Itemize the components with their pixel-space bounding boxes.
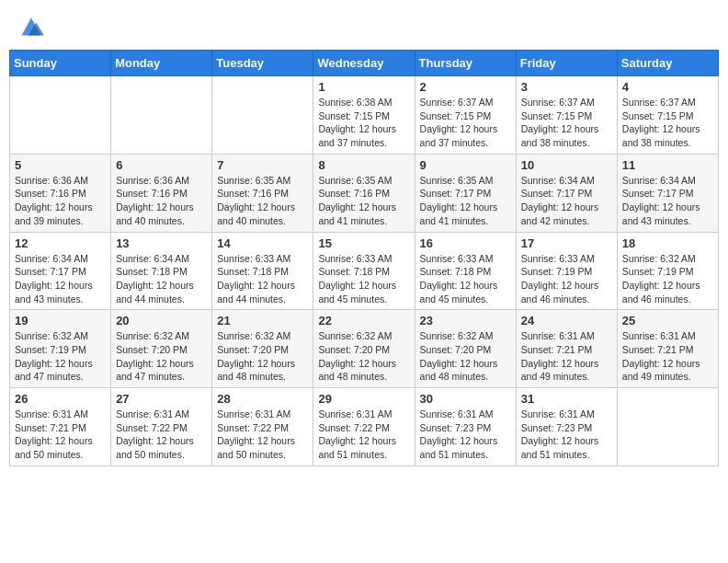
day-info: Sunrise: 6:32 AM Sunset: 7:20 PM Dayligh… <box>420 329 511 384</box>
day-info: Sunrise: 6:33 AM Sunset: 7:19 PM Dayligh… <box>521 252 612 306</box>
day-info: Sunrise: 6:32 AM Sunset: 7:20 PM Dayligh… <box>217 329 308 384</box>
day-number: 9 <box>420 158 511 172</box>
calendar-day-cell <box>10 76 111 155</box>
calendar-day-cell: 31Sunrise: 6:31 AM Sunset: 7:23 PM Dayli… <box>516 388 617 466</box>
day-info: Sunrise: 6:31 AM Sunset: 7:21 PM Dayligh… <box>622 329 713 384</box>
calendar-day-cell: 27Sunrise: 6:31 AM Sunset: 7:22 PM Dayli… <box>111 388 212 466</box>
calendar-day-cell: 22Sunrise: 6:32 AM Sunset: 7:20 PM Dayli… <box>313 310 415 388</box>
calendar-day-cell: 6Sunrise: 6:36 AM Sunset: 7:16 PM Daylig… <box>111 154 212 232</box>
calendar-day-cell: 15Sunrise: 6:33 AM Sunset: 7:18 PM Dayli… <box>313 232 415 310</box>
calendar-day-cell: 4Sunrise: 6:37 AM Sunset: 7:15 PM Daylig… <box>617 76 718 155</box>
calendar-day-cell: 2Sunrise: 6:37 AM Sunset: 7:15 PM Daylig… <box>415 76 516 155</box>
calendar-day-cell: 30Sunrise: 6:31 AM Sunset: 7:23 PM Dayli… <box>415 388 516 466</box>
day-info: Sunrise: 6:32 AM Sunset: 7:19 PM Dayligh… <box>622 252 713 306</box>
day-number: 3 <box>521 80 612 94</box>
day-info: Sunrise: 6:38 AM Sunset: 7:15 PM Dayligh… <box>318 96 409 150</box>
calendar-week-row: 1Sunrise: 6:38 AM Sunset: 7:15 PM Daylig… <box>10 76 719 155</box>
day-number: 19 <box>15 314 106 327</box>
day-info: Sunrise: 6:31 AM Sunset: 7:23 PM Dayligh… <box>521 408 612 462</box>
day-number: 31 <box>521 392 612 406</box>
day-number: 24 <box>521 314 612 327</box>
calendar-day-cell: 20Sunrise: 6:32 AM Sunset: 7:20 PM Dayli… <box>111 310 212 388</box>
day-of-week-header: Saturday <box>617 51 718 76</box>
day-info: Sunrise: 6:36 AM Sunset: 7:16 PM Dayligh… <box>15 174 106 228</box>
calendar-week-row: 12Sunrise: 6:34 AM Sunset: 7:17 PM Dayli… <box>10 232 719 310</box>
day-info: Sunrise: 6:34 AM Sunset: 7:17 PM Dayligh… <box>622 174 713 228</box>
day-info: Sunrise: 6:34 AM Sunset: 7:17 PM Dayligh… <box>15 252 106 306</box>
day-of-week-header: Monday <box>111 51 212 76</box>
day-number: 20 <box>116 314 207 327</box>
calendar-day-cell: 14Sunrise: 6:33 AM Sunset: 7:18 PM Dayli… <box>212 232 313 310</box>
calendar-header-row: SundayMondayTuesdayWednesdayThursdayFrid… <box>10 51 719 76</box>
day-info: Sunrise: 6:37 AM Sunset: 7:15 PM Dayligh… <box>420 96 511 150</box>
day-number: 17 <box>521 236 612 250</box>
calendar-day-cell: 24Sunrise: 6:31 AM Sunset: 7:21 PM Dayli… <box>516 310 617 388</box>
day-info: Sunrise: 6:33 AM Sunset: 7:18 PM Dayligh… <box>318 252 409 306</box>
day-of-week-header: Thursday <box>415 51 516 76</box>
calendar-day-cell: 18Sunrise: 6:32 AM Sunset: 7:19 PM Dayli… <box>617 232 718 310</box>
day-number: 16 <box>420 236 511 250</box>
day-info: Sunrise: 6:33 AM Sunset: 7:18 PM Dayligh… <box>420 252 511 306</box>
day-number: 7 <box>217 158 308 172</box>
day-info: Sunrise: 6:32 AM Sunset: 7:19 PM Dayligh… <box>15 329 106 384</box>
day-info: Sunrise: 6:34 AM Sunset: 7:18 PM Dayligh… <box>116 252 207 306</box>
day-of-week-header: Friday <box>516 51 617 76</box>
day-info: Sunrise: 6:35 AM Sunset: 7:16 PM Dayligh… <box>318 174 409 228</box>
calendar-day-cell: 5Sunrise: 6:36 AM Sunset: 7:16 PM Daylig… <box>10 154 111 232</box>
calendar-day-cell <box>617 388 718 466</box>
day-number: 22 <box>318 314 409 327</box>
calendar-day-cell: 10Sunrise: 6:34 AM Sunset: 7:17 PM Dayli… <box>516 154 617 232</box>
day-number: 4 <box>622 80 713 94</box>
day-number: 5 <box>15 158 106 172</box>
calendar-day-cell: 26Sunrise: 6:31 AM Sunset: 7:21 PM Dayli… <box>10 388 111 466</box>
calendar-day-cell: 1Sunrise: 6:38 AM Sunset: 7:15 PM Daylig… <box>313 76 415 155</box>
calendar-day-cell: 25Sunrise: 6:31 AM Sunset: 7:21 PM Dayli… <box>617 310 718 388</box>
calendar-day-cell: 17Sunrise: 6:33 AM Sunset: 7:19 PM Dayli… <box>516 232 617 310</box>
day-info: Sunrise: 6:33 AM Sunset: 7:18 PM Dayligh… <box>217 252 308 306</box>
calendar-day-cell: 8Sunrise: 6:35 AM Sunset: 7:16 PM Daylig… <box>313 154 415 232</box>
day-number: 21 <box>217 314 308 327</box>
calendar-week-row: 19Sunrise: 6:32 AM Sunset: 7:19 PM Dayli… <box>10 310 719 388</box>
day-info: Sunrise: 6:37 AM Sunset: 7:15 PM Dayligh… <box>521 96 612 150</box>
page-header <box>9 9 719 42</box>
day-info: Sunrise: 6:34 AM Sunset: 7:17 PM Dayligh… <box>521 174 612 228</box>
day-number: 25 <box>622 314 713 327</box>
day-number: 11 <box>622 158 713 172</box>
day-of-week-header: Sunday <box>10 51 111 76</box>
day-of-week-header: Wednesday <box>313 51 415 76</box>
day-info: Sunrise: 6:31 AM Sunset: 7:22 PM Dayligh… <box>318 408 409 462</box>
day-of-week-header: Tuesday <box>212 51 313 76</box>
day-number: 13 <box>116 236 207 250</box>
day-number: 12 <box>15 236 106 250</box>
calendar-day-cell: 29Sunrise: 6:31 AM Sunset: 7:22 PM Dayli… <box>313 388 415 466</box>
day-number: 15 <box>318 236 409 250</box>
calendar-day-cell: 28Sunrise: 6:31 AM Sunset: 7:22 PM Dayli… <box>212 388 313 466</box>
day-info: Sunrise: 6:35 AM Sunset: 7:17 PM Dayligh… <box>420 174 511 228</box>
day-info: Sunrise: 6:37 AM Sunset: 7:15 PM Dayligh… <box>622 96 713 150</box>
day-info: Sunrise: 6:31 AM Sunset: 7:22 PM Dayligh… <box>217 408 308 462</box>
calendar-day-cell: 13Sunrise: 6:34 AM Sunset: 7:18 PM Dayli… <box>111 232 212 310</box>
logo-icon <box>18 13 44 39</box>
day-number: 29 <box>318 392 409 406</box>
calendar-day-cell: 3Sunrise: 6:37 AM Sunset: 7:15 PM Daylig… <box>516 76 617 155</box>
day-info: Sunrise: 6:31 AM Sunset: 7:23 PM Dayligh… <box>420 408 511 462</box>
day-number: 1 <box>318 80 409 94</box>
day-info: Sunrise: 6:36 AM Sunset: 7:16 PM Dayligh… <box>116 174 207 228</box>
calendar-day-cell <box>111 76 212 155</box>
day-info: Sunrise: 6:35 AM Sunset: 7:16 PM Dayligh… <box>217 174 308 228</box>
day-number: 28 <box>217 392 308 406</box>
day-number: 2 <box>420 80 511 94</box>
calendar-day-cell: 19Sunrise: 6:32 AM Sunset: 7:19 PM Dayli… <box>10 310 111 388</box>
calendar-table: SundayMondayTuesdayWednesdayThursdayFrid… <box>9 50 719 466</box>
day-info: Sunrise: 6:32 AM Sunset: 7:20 PM Dayligh… <box>116 329 207 384</box>
calendar-day-cell: 12Sunrise: 6:34 AM Sunset: 7:17 PM Dayli… <box>10 232 111 310</box>
calendar-day-cell: 11Sunrise: 6:34 AM Sunset: 7:17 PM Dayli… <box>617 154 718 232</box>
calendar-day-cell: 23Sunrise: 6:32 AM Sunset: 7:20 PM Dayli… <box>415 310 516 388</box>
day-number: 8 <box>318 158 409 172</box>
calendar-day-cell <box>212 76 313 155</box>
logo <box>17 13 44 39</box>
day-number: 10 <box>521 158 612 172</box>
day-number: 26 <box>15 392 106 406</box>
day-info: Sunrise: 6:31 AM Sunset: 7:22 PM Dayligh… <box>116 408 207 462</box>
calendar-day-cell: 21Sunrise: 6:32 AM Sunset: 7:20 PM Dayli… <box>212 310 313 388</box>
